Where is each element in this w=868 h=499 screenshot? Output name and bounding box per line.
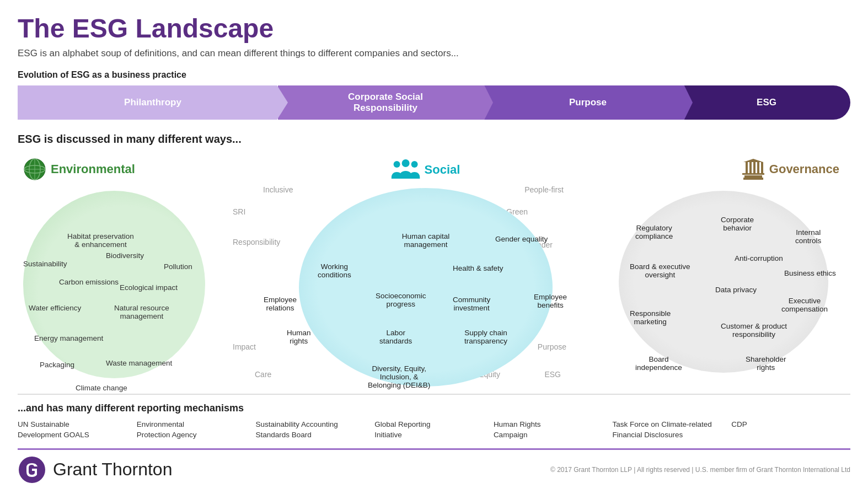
esg-columns: Environmental Habitat preservation& enha… <box>18 152 850 384</box>
evo-philanthropy: Philanthropy <box>18 85 288 120</box>
social-term: Human capitalmanagement <box>402 232 449 249</box>
gov-heading: Governance <box>742 158 839 181</box>
evolution-bar: Philanthropy Corporate Social Responsibi… <box>18 85 850 120</box>
reporting-item-6: CDP <box>731 420 850 441</box>
social-term: Socioeconomicprogress <box>376 292 426 308</box>
gov-term: Boardindependence <box>635 355 682 372</box>
esg-ways-label: ESG is discussed in many different ways.… <box>18 133 850 146</box>
people-icon <box>392 158 420 182</box>
env-term: Natural resourcemanagement <box>114 304 169 320</box>
env-heading: Environmental <box>23 158 135 181</box>
gov-term: Anti-corruption <box>735 254 783 262</box>
env-term: Energy management <box>34 334 103 342</box>
svg-rect-15 <box>757 162 759 173</box>
gov-term: Executivecompensation <box>781 297 828 313</box>
gov-term: Board & executiveoversight <box>630 262 690 279</box>
social-term: Workingconditions <box>318 262 351 279</box>
social-term: Employeebenefits <box>534 293 567 309</box>
env-heading-text: Environmental <box>51 162 135 176</box>
svg-rect-10 <box>744 175 762 178</box>
evo-esg: ESG <box>683 85 850 120</box>
footer: Grant Thornton © 2017 Grant Thornton LLP… <box>18 448 850 484</box>
social-column: SRI Inclusive Responsibility Impact Care… <box>233 152 619 384</box>
env-terms: Habitat preservation& enhancement Sustai… <box>18 185 227 395</box>
svg-point-8 <box>411 161 418 168</box>
gov-term: Internalcontrols <box>795 228 821 245</box>
svg-rect-11 <box>742 173 764 175</box>
social-terms: Human capitalmanagement Gender equality … <box>233 183 619 431</box>
social-term: Humanrights <box>287 329 311 345</box>
env-term: Water efficiency <box>29 304 81 312</box>
social-term: Employeerelations <box>264 296 297 312</box>
grant-thornton-logo-icon <box>18 455 46 484</box>
footer-logo: Grant Thornton <box>18 455 172 484</box>
building-icon <box>742 158 765 181</box>
svg-point-6 <box>394 161 400 168</box>
footer-copyright: © 2017 Grant Thornton LLP | All rights r… <box>550 466 850 474</box>
svg-point-5 <box>24 159 45 180</box>
env-term: Climate change <box>76 384 127 392</box>
env-term: Habitat preservation& enhancement <box>67 232 134 249</box>
environmental-column: Environmental Habitat preservation& enha… <box>18 152 233 384</box>
globe-icon <box>23 158 46 181</box>
social-heading: Social <box>392 158 460 182</box>
social-term: Gender equality <box>495 235 548 243</box>
svg-point-7 <box>402 159 410 167</box>
social-term: Health & safety <box>453 264 503 272</box>
gov-term: Business ethics <box>784 269 836 277</box>
gov-term: Responsiblemarketing <box>630 309 671 326</box>
subtitle: ESG is an alphabet soup of definitions, … <box>18 48 850 59</box>
svg-rect-13 <box>749 162 752 173</box>
reporting-item-0: UN SustainableDevelopment GOALS <box>18 420 137 441</box>
social-term: Diversity, Equity,Inclusion, &Belonging … <box>368 364 430 389</box>
svg-marker-17 <box>743 159 763 162</box>
gov-term: Corporatebehavior <box>721 216 754 232</box>
svg-rect-12 <box>746 162 748 173</box>
main-title: The ESG Landscape <box>18 13 850 44</box>
gov-heading-text: Governance <box>769 162 839 176</box>
evo-purpose: Purpose <box>483 85 693 120</box>
social-heading-text: Social <box>425 163 460 177</box>
reporting-item-5: Task Force on Climate-relatedFinancial D… <box>613 420 732 441</box>
gov-term: Customer & productresponsibility <box>721 322 787 339</box>
social-term: Communityinvestment <box>453 296 490 312</box>
social-term: Laborstandards <box>379 329 412 345</box>
social-term: Supply chaintransparency <box>464 329 507 345</box>
svg-rect-14 <box>753 162 756 173</box>
env-term: Packaging <box>40 361 74 369</box>
evo-csr: Corporate Social Responsibility <box>278 85 493 120</box>
gov-term: Shareholderrights <box>746 355 786 372</box>
env-term: Ecological impact <box>120 283 178 292</box>
env-term: Biodiversity <box>106 251 144 260</box>
gov-terms: Regulatorycompliance Corporatebehavior I… <box>619 180 850 411</box>
evolution-label: Evolution of ESG as a business practice <box>18 70 850 80</box>
env-term: Sustainability <box>23 260 67 268</box>
gov-term: Regulatorycompliance <box>635 224 673 240</box>
svg-rect-16 <box>761 162 763 173</box>
gov-term: Data privacy <box>715 286 757 294</box>
governance-column: Governance Regulatorycompliance Corporat… <box>619 152 850 384</box>
footer-logo-text: Grant Thornton <box>53 459 172 480</box>
env-term: Carbon emissions <box>59 278 119 286</box>
env-term: Pollution <box>164 262 192 271</box>
env-term: Waste management <box>106 359 172 367</box>
